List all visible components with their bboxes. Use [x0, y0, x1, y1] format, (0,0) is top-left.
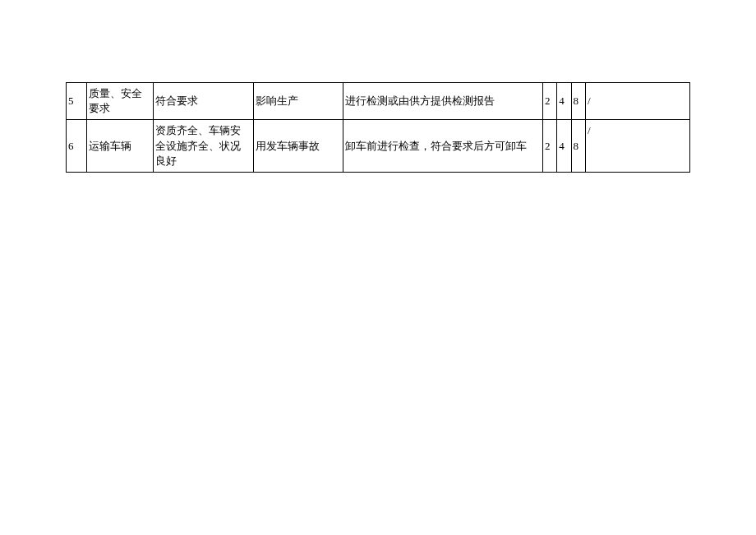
cell-score1: 2 — [542, 120, 556, 173]
cell-score2: 4 — [557, 120, 571, 173]
table-row: 6 运输车辆 资质齐全、车辆安全设施齐全、状况良好 用发车辆事故 卸车前进行检查… — [67, 120, 690, 173]
data-table: 5 质量、安全要求 符合要求 影响生产 进行检测或由供方提供检测报告 2 4 8… — [66, 82, 690, 173]
cell-risk: 用发车辆事故 — [253, 120, 343, 173]
cell-measure: 卸车前进行检查，符合要求后方可卸车 — [343, 120, 543, 173]
cell-item: 质量、安全要求 — [87, 83, 154, 120]
cell-score3: 8 — [571, 83, 585, 120]
cell-requirement: 符合要求 — [154, 83, 253, 120]
cell-risk: 影响生产 — [253, 83, 343, 120]
cell-num: 5 — [67, 83, 87, 120]
table-row: 5 质量、安全要求 符合要求 影响生产 进行检测或由供方提供检测报告 2 4 8… — [67, 83, 690, 120]
cell-result: / — [585, 120, 689, 173]
cell-score3: 8 — [571, 120, 585, 173]
cell-result: / — [585, 83, 689, 120]
cell-num: 6 — [67, 120, 87, 173]
cell-requirement: 资质齐全、车辆安全设施齐全、状况良好 — [154, 120, 253, 173]
cell-score2: 4 — [557, 83, 571, 120]
cell-score1: 2 — [542, 83, 556, 120]
cell-item: 运输车辆 — [87, 120, 154, 173]
cell-measure: 进行检测或由供方提供检测报告 — [343, 83, 543, 120]
